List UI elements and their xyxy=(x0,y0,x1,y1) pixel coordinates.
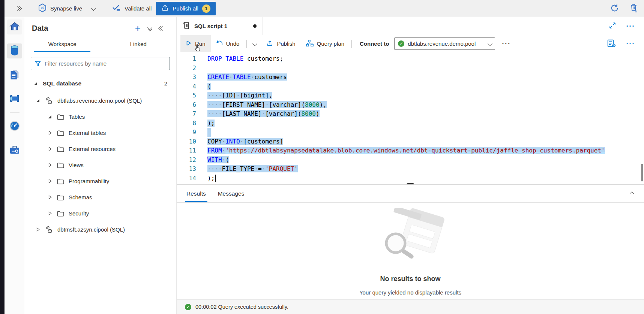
discard-trash-icon[interactable] xyxy=(630,3,638,13)
query-plan-label: Query plan xyxy=(317,40,344,47)
tree-item-label: External resources xyxy=(69,146,116,152)
tree-item-external-resources[interactable]: External resources xyxy=(24,141,176,157)
triangle-collapsed-icon[interactable] xyxy=(48,179,52,183)
tree-item-views[interactable]: Views xyxy=(24,157,176,173)
tree-item-external-tables[interactable]: External tables xyxy=(24,125,176,141)
query-status-bar: ✓ 00:00:02 Query executed successfully. xyxy=(177,299,644,314)
tree-item-label: Views xyxy=(69,162,84,168)
play-icon xyxy=(186,40,192,47)
resource-tree: SQL database2dbtlabs.revenue.demo.pool (… xyxy=(24,75,176,238)
tree-item-security[interactable]: Security xyxy=(24,205,176,221)
tab-sql-script-1[interactable]: SQL script 1 xyxy=(177,17,263,35)
query-plan-button[interactable]: Query plan xyxy=(301,35,350,52)
undo-redo-chevron-icon[interactable] xyxy=(249,35,261,52)
monitor-gauge-icon xyxy=(9,120,20,133)
sql-script-icon xyxy=(183,21,190,31)
home-icon xyxy=(9,21,20,33)
line-number: 10 xyxy=(177,137,196,147)
triangle-collapsed-icon[interactable] xyxy=(48,211,52,215)
connect-to-pool-dropdown[interactable]: ✓ dbtlabs.revenue.demo.pool xyxy=(394,37,495,50)
code-line-7[interactable]: 7····[LAST_NAME]·[varchar](8000) xyxy=(177,109,644,119)
folder-icon xyxy=(57,114,64,120)
refresh-icon[interactable] xyxy=(610,4,619,13)
publish-button[interactable]: Publish xyxy=(261,35,300,52)
code-line-3[interactable]: 3CREATE·TABLE·customers xyxy=(177,73,644,82)
collapse-all-icon[interactable] xyxy=(148,26,152,31)
run-button[interactable]: Run xyxy=(180,35,211,52)
filter-funnel-icon xyxy=(35,61,41,68)
collapse-panel-icon[interactable] xyxy=(159,27,164,30)
sidebar-item-develop[interactable] xyxy=(7,67,22,82)
run-label: Run xyxy=(195,40,206,47)
sql-code-editor[interactable]: 1DROP TABLE customers;23CREATE·TABLE·cus… xyxy=(177,52,644,185)
triangle-expanded-icon[interactable] xyxy=(33,82,38,85)
filter-resources-input[interactable] xyxy=(31,57,170,70)
undo-button[interactable]: Undo xyxy=(211,35,245,52)
code-line-5[interactable]: 5····[ID]·[bigint], xyxy=(177,91,644,100)
triangle-collapsed-icon[interactable] xyxy=(36,227,40,232)
toolbar-overflow-icon[interactable]: ··· xyxy=(626,40,635,47)
folder-icon xyxy=(57,194,64,200)
toolbar-separator xyxy=(246,40,247,48)
collapse-results-chevron-icon[interactable] xyxy=(630,190,633,197)
empty-results-subtitle: Your query yielded no displayable result… xyxy=(359,289,461,296)
tree-item-programmability[interactable]: Programmability xyxy=(24,173,176,189)
tree-item-sql-database[interactable]: SQL database2 xyxy=(24,75,176,91)
properties-icon[interactable] xyxy=(607,39,616,48)
code-line-11[interactable]: 11FROM·'https://dbtlabsynapsedatalake.bl… xyxy=(177,146,644,156)
tree-item-count: 2 xyxy=(164,80,167,87)
validate-all-button[interactable]: Validate all xyxy=(112,4,152,13)
expand-editor-icon[interactable] xyxy=(609,22,616,30)
code-line-6[interactable]: 6····[FIRST_NAME]·[varchar](8000), xyxy=(177,100,644,110)
add-resource-button[interactable]: + xyxy=(135,25,141,32)
line-number: 13 xyxy=(177,164,196,174)
tree-item-schemas[interactable]: Schemas xyxy=(24,189,176,205)
tab-more-actions-icon[interactable]: ··· xyxy=(626,22,635,30)
code-line-4[interactable]: 4( xyxy=(177,82,644,91)
editor-toolbar: Run Undo Publish xyxy=(177,35,644,52)
connect-to-label: Connect to xyxy=(360,40,389,47)
sidebar-item-home[interactable] xyxy=(7,19,22,34)
tree-item-label: Tables xyxy=(69,114,85,120)
synapse-logo-icon xyxy=(38,3,47,13)
code-line-2[interactable]: 2 xyxy=(177,64,644,73)
code-line-14[interactable]: 14); xyxy=(177,174,644,183)
triangle-collapsed-icon[interactable] xyxy=(48,163,52,167)
mode-chevron-down-icon[interactable] xyxy=(91,6,96,11)
line-number: 12 xyxy=(177,156,196,165)
folder-icon xyxy=(57,162,64,168)
results-splitter-handle[interactable] xyxy=(407,183,414,185)
tab-messages[interactable]: Messages xyxy=(212,185,251,202)
code-line-9[interactable]: 9 xyxy=(177,128,644,137)
sidebar-item-integrate[interactable] xyxy=(7,91,22,106)
empty-results-title: No results to show xyxy=(380,275,440,283)
triangle-expanded-icon[interactable] xyxy=(48,115,52,119)
tab-results[interactable]: Results xyxy=(180,185,212,202)
code-line-10[interactable]: 10COPY·INTO·[customers] xyxy=(177,137,644,147)
tree-item-tables[interactable]: Tables xyxy=(24,109,176,125)
toolbar-more-icon[interactable]: ··· xyxy=(502,40,510,47)
expand-menu-icon[interactable] xyxy=(16,7,21,10)
tab-workspace[interactable]: Workspace xyxy=(24,37,101,52)
sidebar-item-manage[interactable] xyxy=(7,143,22,158)
tree-item-dbtlabs-revenue-demo-pool-sql[interactable]: dbtlabs.revenue.demo.pool (SQL) xyxy=(24,93,176,109)
tree-item-dbtmsft-azsyn-cipool-sql[interactable]: dbtmsft.azsyn.cipool (SQL) xyxy=(24,221,176,238)
triangle-collapsed-icon[interactable] xyxy=(48,131,52,135)
code-line-12[interactable]: 12WITH·( xyxy=(177,156,644,165)
code-line-13[interactable]: 13····FILE_TYPE·=·'PARQUET' xyxy=(177,164,644,174)
code-line-8[interactable]: 8); xyxy=(177,119,644,128)
triangle-expanded-icon[interactable] xyxy=(36,99,40,103)
undo-icon xyxy=(216,40,223,47)
tab-linked[interactable]: Linked xyxy=(101,37,177,52)
code-lines: 1DROP TABLE customers;23CREATE·TABLE·cus… xyxy=(177,54,644,183)
triangle-collapsed-icon[interactable] xyxy=(48,195,52,199)
editor-scrollbar-thumb[interactable] xyxy=(641,164,643,181)
triangle-collapsed-icon[interactable] xyxy=(48,147,52,151)
line-number: 8 xyxy=(177,119,196,128)
sidebar-item-monitor[interactable] xyxy=(7,119,22,134)
publish-all-button[interactable]: Publish all 1 xyxy=(156,2,215,15)
mode-selector[interactable]: Synapse live xyxy=(38,3,82,13)
pool-connected-check-icon: ✓ xyxy=(398,40,404,47)
sidebar-item-data[interactable] xyxy=(7,43,22,58)
code-line-1[interactable]: 1DROP TABLE customers; xyxy=(177,54,644,64)
